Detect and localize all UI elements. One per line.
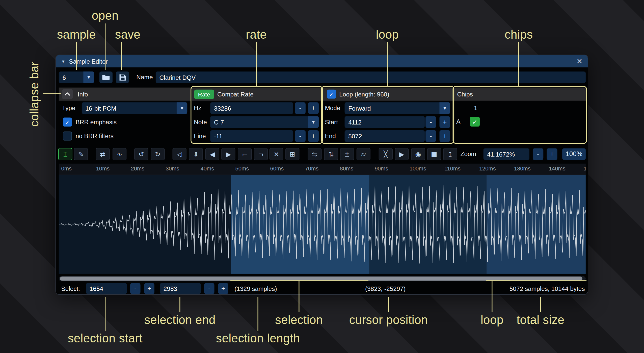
tool-preview-button[interactable]: ▶: [395, 148, 409, 160]
selection-start-input[interactable]: 1654: [86, 283, 127, 294]
tool-redo-button[interactable]: ↻: [151, 148, 165, 160]
selection-end-value: 2983: [164, 285, 177, 292]
selection-length-text: (1329 samples): [234, 282, 277, 295]
timeline-ruler[interactable]: 0ms10ms20ms30ms40ms50ms60ms70ms80ms90ms1…: [59, 164, 586, 175]
tool-normalize-button[interactable]: ⇕: [189, 148, 203, 160]
total-size-text: 5072 samples, 10144 bytes: [509, 282, 585, 295]
tool-insert-silence-button[interactable]: ⌐: [238, 148, 252, 160]
timeline-tick: 20ms: [131, 166, 145, 172]
save-button[interactable]: [116, 71, 129, 83]
sample-number-dropdown[interactable]: 6 ▼: [59, 71, 94, 83]
selection-start-plus-button[interactable]: +: [144, 283, 154, 294]
timeline-tick: 150ms: [584, 166, 586, 172]
tool-delete-button[interactable]: ✕: [270, 148, 283, 160]
tool-reverse-button[interactable]: ⇋: [308, 148, 321, 160]
tool-undo-button[interactable]: ↺: [134, 148, 148, 160]
annotation-line-save: [121, 42, 122, 70]
annotation-sample: sample: [57, 28, 96, 42]
timeline-tick: 100ms: [410, 166, 426, 172]
annotation-collapse-bar: collapse bar: [28, 61, 41, 127]
zoom-out-button[interactable]: -: [533, 148, 543, 160]
name-value: Clarinet DQV: [159, 74, 196, 81]
tool-resample-button[interactable]: ∿: [113, 148, 126, 160]
annotation-save: save: [115, 28, 141, 42]
tool-fade-out-button[interactable]: ▶: [221, 148, 235, 160]
tool-draw-mode-button[interactable]: ✎: [74, 148, 88, 160]
no-brr-filters-checkbox[interactable]: [63, 132, 72, 141]
timeline-tick: 80ms: [340, 166, 354, 172]
waveform: [59, 175, 586, 274]
status-bar: Select: 1654 - + 2983 - + (1329 samples)…: [56, 282, 588, 295]
cursor-position-text: (3823, -25297): [365, 282, 406, 295]
annotation-rate: rate: [246, 28, 267, 42]
chevron-down-icon[interactable]: ▼: [177, 102, 187, 114]
tool-fade-in-button[interactable]: ◀: [205, 148, 219, 160]
selection-end-input[interactable]: 2983: [160, 283, 201, 294]
timeline-tick: 60ms: [270, 166, 284, 172]
annotation-line-total-size: [540, 297, 541, 312]
timeline-tick: 40ms: [201, 166, 214, 172]
annotation-bracket-selection: [230, 280, 368, 281]
window-collapse-icon[interactable]: ▼: [61, 59, 65, 64]
select-label: Select:: [61, 282, 80, 295]
selection-end-minus-button[interactable]: -: [204, 283, 214, 294]
tool-apply-silence-button[interactable]: ¬: [254, 148, 268, 160]
annotation-selection: selection: [275, 313, 323, 327]
selection-end-plus-button[interactable]: +: [218, 283, 228, 294]
tool-resize-button[interactable]: ⇄: [96, 148, 110, 160]
tool-create-wavetable-button[interactable]: ↥: [443, 148, 457, 160]
tool-filter-button[interactable]: ≈: [357, 148, 370, 160]
rate-highlight-box: [191, 86, 323, 144]
annotation-line-selection: [299, 281, 299, 312]
check-icon: ✓: [65, 119, 70, 125]
brr-emphasis-checkbox[interactable]: ✓: [63, 117, 72, 127]
annotation-line-rate: [256, 42, 257, 86]
timeline-tick: 30ms: [166, 166, 179, 172]
timeline-tick: 120ms: [479, 166, 496, 172]
waveform-view[interactable]: [59, 175, 586, 274]
annotation-open: open: [92, 9, 118, 23]
annotation-line-chips: [518, 42, 519, 86]
timeline-tick: 110ms: [444, 166, 461, 172]
annotation-bracket-loop: [486, 280, 586, 281]
annotation-cursor-position: cursor position: [349, 313, 428, 327]
zoom-input[interactable]: 41.1672%: [484, 148, 529, 160]
loop-highlight-box: [321, 86, 454, 144]
tool-select-mode-button[interactable]: ⌶: [58, 148, 72, 160]
window-titlebar[interactable]: ▼ Sample Editor ✕: [56, 55, 588, 67]
collapse-bar-button[interactable]: [62, 89, 73, 99]
annotation-selection-end: selection end: [144, 313, 216, 327]
selection-start-minus-button[interactable]: -: [130, 283, 141, 294]
annotation-chips: chips: [505, 28, 533, 42]
type-value: 16-bit PCM: [86, 102, 116, 114]
type-dropdown[interactable]: 16-bit PCM ▼: [82, 102, 187, 114]
name-label: Name: [136, 71, 153, 83]
tool-preview-selection-button[interactable]: ◉: [411, 148, 425, 160]
timeline-tick: 90ms: [375, 166, 388, 172]
chips-highlight-box: [453, 86, 587, 144]
screenshot-root: ▼ Sample Editor ✕ 6 ▼ Name Clarinet DQV: [0, 0, 644, 353]
timeline-tick: 130ms: [514, 166, 531, 172]
selection-start-value: 1654: [90, 285, 103, 292]
close-icon[interactable]: ✕: [577, 55, 582, 67]
chevron-up-icon: [65, 92, 70, 96]
annotation-line-sample: [76, 42, 77, 70]
annotation-loop-bottom: loop: [481, 313, 504, 327]
tool-trim-button[interactable]: ⊞: [285, 148, 299, 160]
tool-sign-invert-button[interactable]: ±: [340, 148, 354, 160]
no-brr-filters-label: no BRR filters: [75, 130, 114, 142]
chevron-down-icon[interactable]: ▼: [83, 71, 94, 83]
annotation-line-selection-end: [179, 297, 180, 312]
open-button[interactable]: [99, 71, 113, 83]
zoom-in-button[interactable]: +: [547, 148, 557, 160]
annotation-total-size: total size: [517, 313, 565, 327]
tool-crossfade-button[interactable]: ╳: [379, 148, 393, 160]
zoom-reset-button[interactable]: 100%: [562, 148, 586, 160]
tool-invert-button[interactable]: ⇅: [324, 148, 338, 160]
tool-stop-preview-button[interactable]: ■: [427, 148, 441, 160]
folder-icon: [102, 74, 110, 80]
annotation-line-cursor-position: [388, 297, 389, 312]
annotation-line-selection-start: [105, 297, 105, 331]
name-input[interactable]: Clarinet DQV: [156, 71, 586, 83]
tool-amplify-button[interactable]: ◁: [173, 148, 186, 160]
